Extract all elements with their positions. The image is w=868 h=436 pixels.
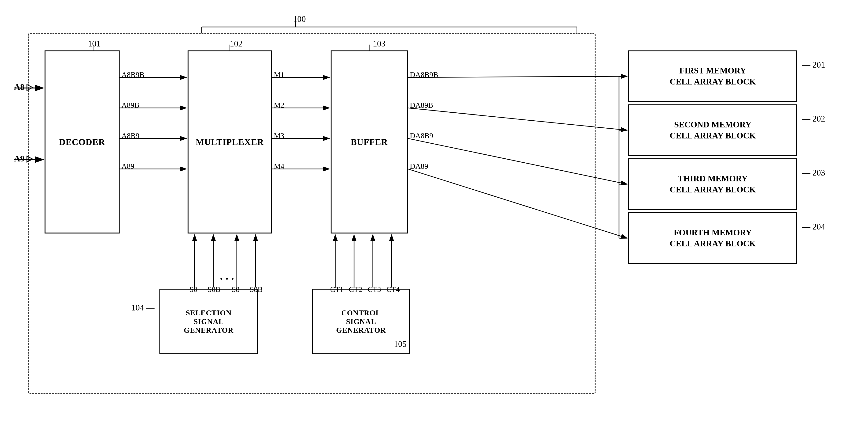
sig-a89b: A89B xyxy=(121,101,139,110)
ref-203: — 203 xyxy=(802,168,825,178)
sig-da89b: DA89B xyxy=(410,101,433,110)
ref-102: 102 xyxy=(230,39,242,49)
first-memory-block: FIRST MEMORYCELL ARRAY BLOCK xyxy=(628,51,797,102)
sig-s8b: S8B xyxy=(250,285,262,294)
sig-a8b9b: A8B9B xyxy=(121,70,145,79)
decoder-block: DECODER xyxy=(44,51,120,233)
sig-da8b9b: DA8B9B xyxy=(410,70,438,79)
sig-m1: M1 xyxy=(274,70,284,79)
sig-ct4: CT4 xyxy=(386,285,400,294)
ref-100: 100 xyxy=(293,14,306,24)
ref-201: — 201 xyxy=(802,60,825,70)
ref-103: 103 xyxy=(373,39,385,49)
sig-da8b9: DA8B9 xyxy=(410,132,433,140)
input-a8-label: A8 ▷ xyxy=(14,82,33,92)
sig-a8b9: A8B9 xyxy=(121,132,139,140)
sig-ct1: CT1 xyxy=(330,285,343,294)
input-a9-label: A9 ▷ xyxy=(14,154,33,164)
sig-m3: M3 xyxy=(274,132,284,140)
fourth-memory-block: FOURTH MEMORYCELL ARRAY BLOCK xyxy=(628,212,797,264)
sig-s8: S8 xyxy=(231,285,240,294)
third-memory-block: THIRD MEMORYCELL ARRAY BLOCK xyxy=(628,158,797,210)
sig-m2: M2 xyxy=(274,101,284,110)
ref-101: 101 xyxy=(88,39,101,49)
ref-104: 104 — xyxy=(131,303,155,313)
sig-s0b: S0B xyxy=(208,285,220,294)
dots-separator: · · · xyxy=(220,272,234,285)
multiplexer-block: MULTIPLEXER xyxy=(188,51,272,233)
ref-204: — 204 xyxy=(802,222,825,232)
ref-202: — 202 xyxy=(802,114,825,124)
sig-s0: S0 xyxy=(189,285,197,294)
sig-ct2: CT2 xyxy=(349,285,362,294)
sig-m4: M4 xyxy=(274,162,284,171)
sig-da89: DA89 xyxy=(410,162,428,171)
selection-signal-gen-block: SELECTION SIGNAL GENERATOR xyxy=(159,289,258,354)
second-memory-block: SECOND MEMORYCELL ARRAY BLOCK xyxy=(628,105,797,156)
buffer-block: BUFFER xyxy=(331,51,408,233)
sig-a89: A89 xyxy=(121,162,134,171)
sig-ct3: CT3 xyxy=(368,285,381,294)
ref-105-label: 105 xyxy=(394,339,407,349)
